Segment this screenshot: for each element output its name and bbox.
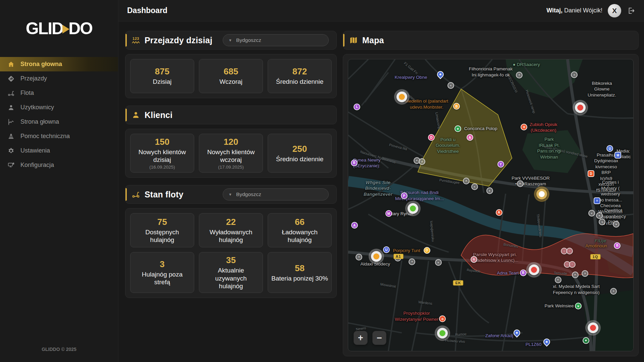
map-poi-marker[interactable]: A bbox=[496, 209, 502, 216]
sidebar: GLIDDO Strona głowna Przejazdy Flota Uzy… bbox=[0, 0, 118, 362]
rides-city-dropdown[interactable]: ▼ Bydgoszcz bbox=[223, 34, 329, 46]
page-title: Dashboard bbox=[127, 6, 167, 15]
map-poi-marker[interactable]: • bbox=[516, 72, 523, 78]
sidebar-item[interactable]: Konfiguracja bbox=[0, 158, 118, 172]
map-poi-marker[interactable]: Y bbox=[497, 161, 504, 168]
map-poi-marker[interactable]: P bbox=[401, 192, 408, 199]
map-poi-marker[interactable]: • bbox=[517, 180, 524, 187]
map-cluster-marker[interactable] bbox=[405, 201, 421, 216]
map-cluster-marker[interactable] bbox=[573, 100, 588, 115]
map-cluster-marker[interactable] bbox=[435, 325, 450, 341]
map-cluster-marker[interactable] bbox=[394, 89, 410, 105]
rides-section-header: 123 Przejazdy dzisiaj ▼ Bydgoszcz bbox=[125, 31, 337, 50]
map-cluster-marker[interactable] bbox=[534, 186, 549, 202]
stat-label: Dzisiaj bbox=[153, 78, 172, 85]
stat-value: 22 bbox=[226, 217, 236, 227]
map-poi-marker[interactable]: D bbox=[424, 247, 430, 254]
map-zoom-controls: + − bbox=[354, 331, 386, 345]
sidebar-item[interactable]: Pomoc techniczna bbox=[0, 129, 118, 143]
stat-card: 3 Hulajnóg poza strefą bbox=[130, 252, 194, 293]
logo-text-right: DO bbox=[68, 19, 92, 38]
sidebar-item[interactable]: Uzytkownicy bbox=[0, 100, 118, 115]
stat-value: 35 bbox=[226, 255, 236, 265]
zoom-out-button[interactable]: − bbox=[372, 331, 386, 345]
sidebar-nav: Strona głowna Przejazdy Flota Uzytkownic… bbox=[0, 57, 118, 172]
map-poi-marker[interactable]: M bbox=[614, 152, 621, 159]
map-poi-marker[interactable]: • bbox=[463, 178, 470, 184]
map-poi-marker[interactable]: • bbox=[572, 272, 579, 278]
sidebar-item-label: Uzytkownicy bbox=[20, 104, 54, 111]
map-cluster-marker[interactable] bbox=[369, 249, 384, 264]
map-canvas[interactable]: Pvmldiaugee Rejslade Temuide Rumoe Newro… bbox=[348, 59, 634, 351]
zoom-in-button[interactable]: + bbox=[354, 331, 368, 345]
main-content: 123 Przejazdy dzisiaj ▼ Bydgoszcz 875 Dz… bbox=[118, 22, 644, 362]
stat-sublabel: (16.09.2025) bbox=[149, 165, 175, 170]
stat-card: 685 Wczoraj bbox=[199, 59, 263, 93]
map-poi-marker[interactable]: A bbox=[351, 222, 358, 229]
stat-value: 120 bbox=[224, 137, 238, 147]
stat-value: 150 bbox=[155, 137, 169, 147]
stat-value: 872 bbox=[292, 66, 307, 77]
map-section-header: Mapa bbox=[343, 31, 639, 50]
map-panel: Pvmldiaugee Rejslade Temuide Rumoe Newro… bbox=[343, 54, 639, 356]
sidebar-item-icon bbox=[7, 104, 15, 111]
sidebar-item-label: Przejazdy bbox=[20, 75, 47, 82]
map-icon bbox=[349, 36, 358, 45]
greeting-prefix: Witaj, bbox=[546, 7, 562, 14]
rides-city-value: Bydgoszcz bbox=[236, 37, 261, 43]
clients-section-title: Klienci bbox=[145, 110, 172, 120]
map-cluster-marker[interactable] bbox=[526, 262, 542, 278]
map-poi-marker[interactable]: ♥ bbox=[583, 337, 589, 344]
sidebar-item[interactable]: Flota bbox=[0, 86, 118, 100]
stat-label: Nowych klientów dzisiaj bbox=[134, 148, 191, 164]
gold-accent-bar bbox=[343, 34, 344, 47]
map-poi-marker[interactable]: ≡ bbox=[594, 197, 600, 204]
fleet-city-dropdown[interactable]: ▼ Bydgoszcz bbox=[223, 188, 329, 200]
stat-card: 75 Dostępnych hulajnóg bbox=[130, 213, 194, 247]
stat-value: 66 bbox=[295, 217, 305, 227]
map-road-shield: 1Q bbox=[590, 254, 601, 259]
map-poi-marker[interactable]: · bbox=[569, 261, 576, 268]
map-poi-marker[interactable]: • bbox=[435, 259, 442, 266]
gold-accent-bar bbox=[125, 109, 127, 121]
map-poi-marker[interactable]: U bbox=[383, 246, 390, 253]
sidebar-item-label: Flota bbox=[20, 89, 34, 97]
stat-card: 66 Ładowanych hulajnóg bbox=[268, 213, 332, 247]
map-poi-marker[interactable]: D bbox=[588, 170, 594, 177]
sidebar-item[interactable]: Strona głowna bbox=[0, 115, 118, 129]
clients-section-header: Klienci bbox=[125, 106, 337, 124]
map-section-title: Mapa bbox=[362, 36, 384, 45]
stat-card: 250 Średnio dziennie bbox=[268, 134, 332, 173]
map-poi-marker[interactable]: • bbox=[610, 288, 617, 295]
stat-value: 875 bbox=[155, 66, 169, 77]
sidebar-item[interactable]: Przejazdy bbox=[0, 71, 118, 86]
stat-card: 58 Bateria ponizej 30% bbox=[268, 252, 332, 293]
stat-label: Bateria ponizej 30% bbox=[271, 275, 328, 282]
fleet-section-title: Stan floty bbox=[145, 190, 183, 199]
sidebar-item[interactable]: Ustawienia bbox=[0, 143, 118, 158]
sidebar-item-label: Pomoc techniczna bbox=[20, 133, 70, 140]
logout-icon[interactable] bbox=[627, 6, 635, 15]
map-poi-marker[interactable]: B bbox=[351, 160, 358, 166]
map-poi-marker[interactable]: B bbox=[453, 103, 460, 110]
map-poi-marker[interactable]: • bbox=[555, 277, 561, 283]
map-poi-marker[interactable]: n bbox=[471, 256, 477, 263]
map-road-shield: EK bbox=[453, 280, 463, 286]
stat-card: 35 Aktualnie uzywanych hulajnóg bbox=[199, 252, 263, 293]
user-avatar[interactable]: X bbox=[608, 4, 621, 17]
map-poi-marker[interactable]: • bbox=[471, 183, 478, 190]
map-poi-marker[interactable]: • bbox=[582, 270, 588, 277]
stat-card: 120 Nowych klientów wczoraj (17.09.2025) bbox=[199, 134, 263, 173]
stat-label: Ładowanych hulajnóg bbox=[271, 228, 328, 244]
logo-text-left: GLID bbox=[26, 19, 63, 38]
stat-label: Nowych klientów wczoraj bbox=[203, 148, 259, 164]
map-poi-marker[interactable]: M bbox=[385, 210, 392, 217]
map-poi-marker[interactable]: B bbox=[520, 269, 527, 276]
sidebar-item[interactable]: Strona głowna bbox=[0, 57, 118, 71]
fleet-scooter-icon bbox=[131, 190, 140, 199]
top-bar-right: Witaj, Daniel Wójcik! X bbox=[546, 4, 635, 17]
stat-label: Aktualnie uzywanych hulajnóg bbox=[203, 266, 259, 290]
map-poi-marker[interactable]: • bbox=[486, 187, 493, 194]
map-poi-marker[interactable]: ♥ bbox=[575, 303, 582, 309]
map-poi-marker[interactable]: A bbox=[467, 134, 473, 141]
